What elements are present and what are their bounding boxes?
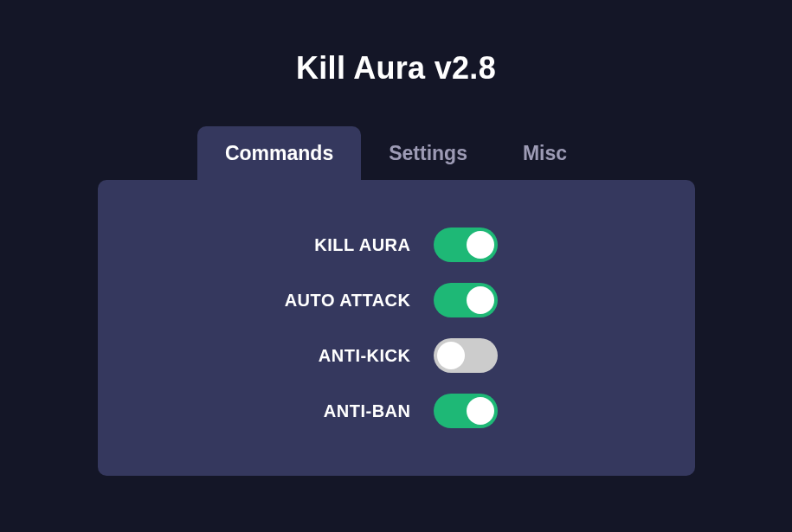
option-label-anti-kick: ANTI-KICK — [255, 346, 411, 366]
option-label-auto-attack: AUTO ATTACK — [255, 291, 411, 311]
tab-bar: Commands Settings Misc — [197, 126, 595, 181]
toggle-wrap-anti-ban — [434, 394, 538, 428]
tab-commands-label: Commands — [225, 142, 333, 164]
tab-settings-label: Settings — [389, 142, 467, 164]
option-label-anti-ban: ANTI-BAN — [255, 401, 411, 421]
toggle-anti-ban[interactable] — [434, 394, 498, 428]
toggle-wrap-anti-kick — [434, 338, 538, 373]
toggle-anti-kick[interactable] — [434, 338, 498, 373]
option-label-kill-aura: KILL AURA — [255, 235, 411, 255]
toggle-knob-anti-ban — [467, 397, 494, 425]
app-title: Kill Aura v2.8 — [296, 50, 496, 87]
commands-panel: KILL AURA AUTO ATTACK ANTI-KICK — [98, 180, 695, 476]
tab-settings[interactable]: Settings — [361, 126, 495, 181]
tab-misc[interactable]: Misc — [495, 126, 595, 181]
toggle-wrap-auto-attack — [434, 283, 538, 317]
tab-commands[interactable]: Commands — [197, 126, 361, 181]
toggle-auto-attack[interactable] — [434, 283, 498, 317]
tab-misc-label: Misc — [523, 142, 567, 164]
toggle-wrap-kill-aura — [434, 228, 538, 262]
option-row-anti-ban: ANTI-BAN — [98, 394, 695, 428]
main-container: Kill Aura v2.8 Commands Settings Misc KI… — [0, 0, 792, 476]
toggle-knob-kill-aura — [467, 231, 494, 259]
option-row-kill-aura: KILL AURA — [98, 228, 695, 262]
toggle-kill-aura[interactable] — [434, 228, 498, 262]
toggle-knob-anti-kick — [437, 342, 465, 369]
toggle-knob-auto-attack — [467, 286, 494, 314]
option-row-auto-attack: AUTO ATTACK — [98, 283, 695, 317]
option-row-anti-kick: ANTI-KICK — [98, 338, 695, 373]
